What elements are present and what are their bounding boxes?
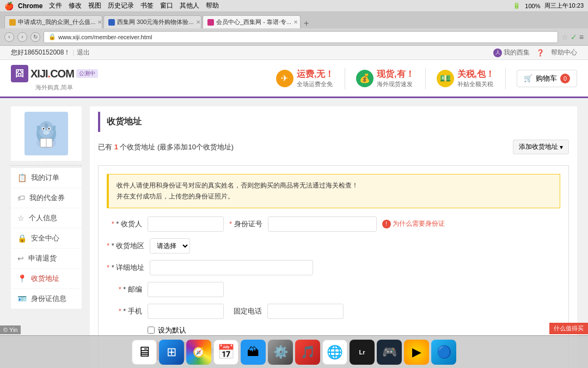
tab-1[interactable]: 申请成功_我的众测_什么值... ✕ <box>4 15 102 28</box>
profile-icon: ☆ <box>17 214 24 222</box>
tab-2-close[interactable]: ✕ <box>196 19 200 25</box>
topbar-greeting: 您好18650152008！ <box>11 48 70 57</box>
cart-label: 购物车 <box>536 74 557 83</box>
cart-button[interactable]: 🛒 购物车 0 <box>517 70 577 87</box>
logo-beta-tag: 公测中 <box>76 69 98 78</box>
tab-3-close[interactable]: ✕ <box>293 19 298 25</box>
back-button[interactable]: ‹ <box>4 32 14 42</box>
main-area: 📋 我的订单 🏷 我的代金券 ☆ 个人信息 🔒 安全中心 ↩ 申请退货 📍 <box>0 98 588 368</box>
dock-item-steam[interactable]: 🎮 <box>377 340 402 365</box>
phone-label: 固定电话 <box>229 306 262 316</box>
menu-history[interactable]: 历史记录 <box>108 1 134 10</box>
mobile-input[interactable] <box>148 304 224 319</box>
sidebar-item-coupons[interactable]: 🏷 我的代金券 <box>11 188 82 208</box>
promo-divider-1 <box>345 68 345 89</box>
help-link[interactable]: 帮助中心 <box>551 48 577 57</box>
idcard-help-link[interactable]: ! 为什么需要身份证 <box>382 219 445 228</box>
steam-icon: 🎮 <box>377 340 402 365</box>
sidebar-item-orders[interactable]: 📋 我的订单 <box>11 168 82 188</box>
warning-text-1: 收件人请使用和身份证号对应的真实姓名，否则您购买的商品将无法通过海关检查！ <box>117 180 552 191</box>
tab-2-favicon <box>108 19 115 26</box>
sidebar-avatar-area <box>11 106 82 161</box>
sidebar-item-idcard[interactable]: 🪪 身份证信息 <box>11 289 82 309</box>
menu-icon[interactable]: ≡ <box>579 33 584 41</box>
my-xiji-link[interactable]: 人 我的西集 <box>493 48 530 57</box>
dock-item-launchpad[interactable]: ⊞ <box>159 340 184 365</box>
apple-menu[interactable]: 🍎 <box>4 2 14 10</box>
topbar-logout[interactable]: 退出 <box>77 48 90 57</box>
dock-item-chrome[interactable]: 🌐 <box>322 340 347 365</box>
coupons-icon: 🏷 <box>17 194 25 202</box>
menu-window[interactable]: 窗口 <box>160 1 173 10</box>
menu-view[interactable]: 视图 <box>88 1 101 10</box>
extension-icon[interactable]: ✓ <box>571 33 577 41</box>
bookmark-icon[interactable]: ☆ <box>561 33 568 41</box>
orders-icon: 📋 <box>17 173 27 182</box>
idcard-help-label: 为什么需要身份证 <box>393 219 445 228</box>
menu-help[interactable]: 帮助 <box>206 1 219 10</box>
lightroom-icon: Lr <box>350 340 375 365</box>
help-icon: ❓ <box>536 49 544 57</box>
region-select[interactable]: 请选择 <box>150 238 190 254</box>
dock-bar: 🖥 ⊞ 🧭 📅 🏔 ⚙️ 🎵 🌐 L <box>0 335 588 368</box>
header-promos: ✈ 运费,无！ 全场运费全免 💰 现货,有！ 海外现货速发 💵 关税,包！ 补贴… <box>276 68 577 89</box>
dock-item-settings[interactable]: ⚙️ <box>268 340 293 365</box>
content-title: 收货地址 <box>98 112 569 132</box>
form-row-mobile: * 手机 固定电话 <box>107 304 560 319</box>
address-input[interactable]: 🔒 www.xiji.com/member-receiver.html <box>44 31 558 43</box>
menu-bookmarks[interactable]: 书签 <box>140 1 154 10</box>
menu-edit[interactable]: 修改 <box>69 1 82 10</box>
tab-2[interactable]: 西集网 300元海外购物体验... ✕ <box>103 15 201 28</box>
refresh-button[interactable]: ↻ <box>30 32 40 42</box>
site-topbar: 您好18650152008！ ｜ 退出 人 我的西集 ❓ 帮助中心 <box>0 46 588 60</box>
dock-item-calendar[interactable]: 📅 <box>213 340 238 365</box>
settings-icon: ⚙️ <box>268 340 293 365</box>
logo-icon: 囧 <box>11 65 28 82</box>
menu-people[interactable]: 其他人 <box>180 1 199 10</box>
add-address-button[interactable]: 添加收货地址 ▾ <box>513 140 569 154</box>
returns-icon: ↩ <box>17 254 24 263</box>
tab-3[interactable]: 会员中心_西集网 - 靠谱·专... ✕ <box>203 15 301 28</box>
dock-item-safari[interactable]: 🧭 <box>186 340 211 365</box>
user-icon: 人 <box>493 49 502 57</box>
dock-item-lightroom[interactable]: Lr <box>350 340 375 365</box>
dock-item-finder[interactable]: 🖥 <box>132 340 157 365</box>
sidebar-item-profile[interactable]: ☆ 个人信息 <box>11 208 82 228</box>
sidebar-item-returns[interactable]: ↩ 申请退货 <box>11 249 82 269</box>
promo-shipping-title: 运费,无！ <box>297 69 334 80</box>
dock-item-music[interactable]: ▶ <box>404 340 429 365</box>
coupons-label: 我的代金券 <box>29 193 65 203</box>
menu-file[interactable]: 文件 <box>49 1 62 10</box>
address-count: 1 <box>114 143 118 151</box>
orders-label: 我的订单 <box>31 173 59 183</box>
recipient-input[interactable] <box>148 216 224 232</box>
default-checkbox-row: 设为默认 <box>107 325 560 335</box>
tab-1-close[interactable]: ✕ <box>97 19 102 25</box>
dock-item-netease[interactable]: 🎵 <box>295 340 320 365</box>
idcard-input[interactable] <box>268 216 377 232</box>
sidebar-item-security[interactable]: 🔒 安全中心 <box>11 228 82 249</box>
tab-3-label: 会员中心_西集网 - 靠谱·专... <box>216 18 291 26</box>
sidebar-item-address[interactable]: 📍 收货地址 <box>11 269 82 289</box>
zipcode-input[interactable] <box>148 282 224 297</box>
form-row-recipient: * 收货人 身份证号 ! 为什么需要身份证 <box>107 216 560 232</box>
summary-text: 已有 1 个收货地址 (最多添加10个收货地址) <box>98 142 234 152</box>
watermark: © Yin <box>0 325 21 334</box>
logo-tagline: 海外购真,简单 <box>35 83 73 92</box>
warning-box: 收件人请使用和身份证号对应的真实姓名，否则您购买的商品将无法通过海关检查！ 并在… <box>107 174 560 208</box>
promo-shipping-sub: 全场运费全免 <box>297 80 334 88</box>
address-detail-input[interactable] <box>150 260 313 275</box>
default-checkbox[interactable] <box>148 327 155 334</box>
promo-divider-2 <box>425 68 426 89</box>
promo-tax-sub: 补贴全额关税 <box>457 80 494 88</box>
my-xiji-label: 我的西集 <box>504 48 530 57</box>
mobile-label: * 手机 <box>107 306 142 316</box>
dock-item-photos[interactable]: 🏔 <box>241 340 266 365</box>
mascot-svg <box>27 114 65 153</box>
tab-3-favicon <box>207 19 214 26</box>
new-tab-button[interactable]: + <box>304 19 309 28</box>
region-label: * 收货地区 <box>107 241 144 251</box>
phone-input[interactable] <box>267 304 344 319</box>
forward-button[interactable]: › <box>17 32 27 42</box>
dock-item-network[interactable]: 🔵 <box>431 340 456 365</box>
